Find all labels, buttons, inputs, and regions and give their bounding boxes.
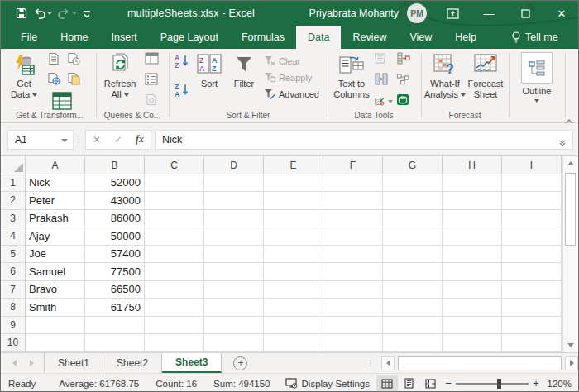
data-validation-icon[interactable] — [375, 93, 393, 109]
cell-H7[interactable] — [443, 281, 502, 299]
advanced-filter-button[interactable]: Advanced — [264, 88, 319, 99]
cell-I3[interactable] — [502, 210, 562, 228]
manage-data-model-icon[interactable] — [396, 93, 414, 109]
cell-A1[interactable]: Nick — [26, 174, 85, 193]
vertical-scroll-thumb[interactable] — [565, 173, 576, 246]
ribbon-display-options-icon[interactable] — [434, 1, 471, 26]
cell-D3[interactable] — [204, 210, 264, 228]
undo-button[interactable] — [33, 8, 52, 19]
row-header-2[interactable]: 2 — [1, 192, 26, 210]
cell-G7[interactable] — [383, 281, 443, 299]
cell-B1[interactable]: 52000 — [85, 174, 145, 193]
scroll-up-icon[interactable] — [563, 156, 577, 170]
horizontal-scrollbar[interactable]: ⋮ — [366, 353, 579, 373]
zoom-out-button[interactable]: − — [441, 377, 456, 390]
remove-duplicates-icon[interactable] — [375, 73, 393, 88]
what-if-analysis-button[interactable]: ? What-If Analysis — [423, 52, 467, 100]
cell-D1[interactable] — [204, 174, 264, 193]
cell-C2[interactable] — [145, 192, 204, 210]
cell-E7[interactable] — [264, 281, 323, 299]
row-header-4[interactable]: 4 — [1, 227, 26, 246]
vertical-scrollbar[interactable] — [562, 156, 577, 352]
scroll-left-icon[interactable] — [381, 356, 395, 370]
cell-A5[interactable]: Joe — [26, 246, 85, 264]
cell-B2[interactable]: 43000 — [85, 192, 145, 210]
tab-splitter-handle[interactable]: ⋮ — [366, 359, 375, 367]
ribbon-tab-insert[interactable]: Insert — [100, 26, 149, 49]
cell-I8[interactable] — [502, 299, 562, 317]
ribbon-tab-help[interactable]: Help — [443, 26, 488, 49]
cell-H8[interactable] — [443, 299, 502, 317]
row-header-6[interactable]: 6 — [1, 263, 26, 281]
customize-qat-icon[interactable] — [83, 9, 91, 18]
cell-G5[interactable] — [383, 246, 443, 264]
cell-F6[interactable] — [323, 263, 383, 281]
recent-sources-icon[interactable] — [47, 52, 64, 69]
row-header-7[interactable]: 7 — [1, 281, 26, 299]
get-data-button[interactable]: Get Data — [7, 52, 41, 100]
cell-A10[interactable] — [26, 334, 85, 352]
cell-G4[interactable] — [383, 227, 443, 246]
cell-C9[interactable] — [145, 317, 204, 335]
cell-I10[interactable] — [502, 334, 562, 352]
scroll-right-icon[interactable] — [565, 356, 578, 370]
cell-H2[interactable] — [443, 192, 502, 210]
cell-E5[interactable] — [264, 246, 323, 264]
cell-F5[interactable] — [323, 246, 383, 264]
column-header-E[interactable]: E — [264, 156, 323, 174]
cell-F8[interactable] — [323, 299, 383, 317]
cell-C5[interactable] — [145, 246, 204, 264]
formula-input[interactable]: Nick — [155, 130, 573, 150]
sort-descending-icon[interactable]: ZA — [175, 83, 189, 100]
column-header-F[interactable]: F — [323, 156, 383, 174]
column-header-C[interactable]: C — [145, 156, 204, 174]
cell-D4[interactable] — [204, 227, 264, 246]
row-header-1[interactable]: 1 — [1, 174, 26, 193]
properties-icon[interactable] — [145, 73, 159, 88]
cell-I4[interactable] — [502, 227, 562, 246]
cell-I6[interactable] — [502, 263, 562, 281]
cell-E1[interactable] — [264, 174, 323, 193]
redo-dropdown-caret[interactable] — [72, 12, 77, 15]
cell-H5[interactable] — [443, 246, 502, 264]
expand-formula-bar-caret[interactable] — [559, 137, 566, 144]
row-header-10[interactable]: 10 — [1, 334, 26, 352]
cell-F1[interactable] — [323, 174, 383, 193]
row-header-8[interactable]: 8 — [1, 299, 26, 317]
refresh-all-button[interactable]: Refresh All — [100, 52, 140, 100]
existing-connections-icon[interactable] — [67, 52, 84, 69]
column-header-G[interactable]: G — [383, 156, 443, 174]
cell-G1[interactable] — [383, 174, 443, 193]
sort-button[interactable]: ZA AZ Sort — [194, 52, 224, 89]
cell-A3[interactable]: Prakash — [26, 210, 85, 228]
cell-F3[interactable] — [323, 210, 383, 228]
cell-G8[interactable] — [383, 299, 443, 317]
cell-H1[interactable] — [443, 174, 502, 193]
row-header-9[interactable]: 9 — [1, 317, 26, 335]
cell-C10[interactable] — [145, 334, 204, 352]
cell-A9[interactable] — [26, 317, 85, 335]
previous-sheet-icon[interactable] — [12, 360, 17, 366]
cell-D9[interactable] — [204, 317, 264, 335]
outline-button[interactable]: Outline — [518, 52, 556, 103]
clear-filter-button[interactable]: Clear — [264, 55, 319, 66]
cell-E2[interactable] — [264, 192, 323, 210]
cell-G3[interactable] — [383, 210, 443, 228]
cell-C6[interactable] — [145, 263, 204, 281]
cell-D5[interactable] — [204, 246, 264, 264]
cell-I2[interactable] — [502, 192, 562, 210]
cell-B8[interactable]: 61750 — [85, 299, 145, 317]
cell-D10[interactable] — [204, 334, 264, 352]
cell-I1[interactable] — [502, 174, 562, 193]
redo-button[interactable] — [58, 8, 77, 19]
cell-E3[interactable] — [264, 210, 323, 228]
ribbon-tab-view[interactable]: View — [398, 26, 443, 49]
zoom-thumb[interactable] — [497, 379, 501, 389]
zoom-level[interactable]: 120% — [543, 379, 579, 389]
enter-icon[interactable]: ✓ — [108, 134, 129, 146]
cell-A4[interactable]: Ajay — [26, 227, 85, 246]
reapply-filter-button[interactable]: Reapply — [264, 72, 319, 83]
cell-G9[interactable] — [383, 317, 443, 335]
sheet-tab-sheet3[interactable]: Sheet3 — [162, 353, 222, 373]
name-box-caret[interactable] — [61, 139, 68, 142]
